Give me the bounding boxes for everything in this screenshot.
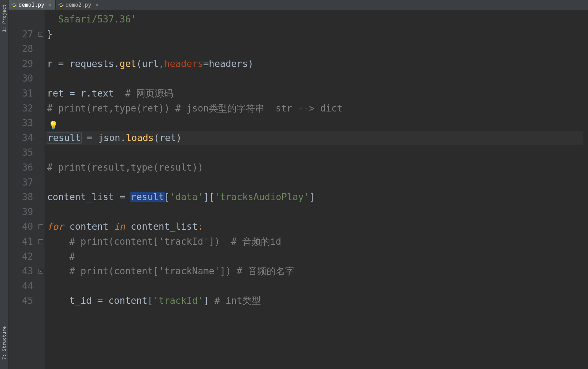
code-token: : bbox=[198, 221, 203, 232]
code-line[interactable] bbox=[45, 175, 588, 190]
code-token: content_list bbox=[131, 221, 198, 232]
line-number: 41 bbox=[9, 234, 37, 249]
code-area[interactable]: Safari/537.36'}r = requests.get(url,head… bbox=[45, 10, 588, 369]
vertical-scrollbar[interactable] bbox=[583, 10, 588, 369]
close-icon[interactable]: × bbox=[46, 2, 51, 8]
code-line[interactable] bbox=[45, 145, 588, 160]
code-token bbox=[47, 266, 69, 276]
code-token: ret bbox=[47, 88, 69, 99]
code-token bbox=[47, 236, 69, 247]
code-token: = bbox=[203, 58, 209, 69]
close-icon[interactable]: × bbox=[93, 2, 98, 8]
code-line[interactable]: # bbox=[45, 249, 588, 264]
code-line[interactable]: 💡 bbox=[45, 116, 588, 131]
code-token: result bbox=[131, 192, 164, 202]
code-token: for bbox=[47, 221, 69, 232]
code-line[interactable] bbox=[45, 71, 588, 86]
editor-tab[interactable]: demo1.py× bbox=[9, 0, 56, 10]
code-token: ( bbox=[136, 58, 142, 69]
code-token: requests bbox=[69, 58, 114, 69]
code-token: json. bbox=[98, 132, 126, 143]
code-line[interactable] bbox=[45, 279, 588, 294]
line-number: 32 bbox=[9, 101, 37, 116]
code-token: 'data' bbox=[170, 192, 203, 202]
code-token bbox=[47, 251, 69, 262]
editor-tabs: demo1.py×demo2.py× bbox=[9, 0, 588, 10]
line-number: 34 bbox=[9, 131, 37, 146]
code-token: Safari/537.36' bbox=[58, 14, 136, 25]
line-number: 37 bbox=[9, 175, 37, 190]
line-number: 30 bbox=[9, 71, 37, 86]
fold-gutter: ---- bbox=[37, 10, 45, 369]
code-token: content bbox=[69, 221, 114, 232]
code-token: content_list bbox=[47, 192, 120, 202]
main-area: demo1.py×demo2.py× 272829303132333435363… bbox=[9, 0, 588, 369]
code-line[interactable]: ret = r.text # 网页源码 bbox=[45, 86, 588, 101]
python-file-icon bbox=[11, 2, 16, 7]
line-number: 38 bbox=[9, 190, 37, 205]
tool-window-bar: 1: Project 7: Structure bbox=[0, 0, 9, 369]
code-token: # bbox=[69, 251, 75, 262]
structure-tool-button[interactable]: 7: Structure bbox=[1, 324, 7, 362]
code-line[interactable]: # print(result,type(result)) bbox=[45, 160, 588, 175]
code-token: # 网页源码 bbox=[125, 88, 173, 99]
code-token: # print(result,type(result)) bbox=[47, 162, 203, 173]
code-line[interactable]: # print(ret,type(ret)) # json类型的字符串 str … bbox=[45, 101, 588, 116]
editor: 27282930313233343536373839404142434445 -… bbox=[9, 10, 588, 369]
line-number: 45 bbox=[9, 293, 37, 308]
code-token: headers bbox=[164, 58, 203, 69]
code-token: , bbox=[159, 58, 164, 69]
line-number: 40 bbox=[9, 219, 37, 234]
code-token: ] bbox=[309, 192, 315, 202]
code-token: get bbox=[120, 58, 136, 69]
code-token: # print(ret,type(ret)) # json类型的字符串 str … bbox=[47, 103, 342, 114]
line-number: 43 bbox=[9, 264, 37, 279]
code-line[interactable]: for content in content_list: bbox=[45, 219, 588, 234]
code-line[interactable] bbox=[45, 205, 588, 220]
code-line[interactable]: } bbox=[45, 27, 588, 42]
code-token: . bbox=[114, 58, 120, 69]
line-number: 36 bbox=[9, 160, 37, 175]
line-number: 33 bbox=[9, 116, 37, 131]
code-line[interactable]: r = requests.get(url,headers=headers) bbox=[45, 57, 588, 72]
code-line[interactable] bbox=[45, 42, 588, 57]
code-token: = bbox=[120, 192, 131, 202]
code-line[interactable]: t_id = content['trackId'] # int类型 bbox=[45, 293, 588, 308]
code-line[interactable]: # print(content['trackId']) # 音频的id bbox=[45, 234, 588, 249]
code-token: in bbox=[114, 221, 131, 232]
code-token: result bbox=[47, 132, 81, 143]
code-token: 'trackId' bbox=[153, 295, 203, 306]
code-line[interactable]: # print(content['trackName']) # 音频的名字 bbox=[45, 264, 588, 279]
code-token: ] bbox=[203, 295, 214, 306]
code-token: 'tracksAudioPlay' bbox=[215, 192, 309, 202]
code-token bbox=[47, 14, 58, 25]
code-token: t_id bbox=[47, 295, 97, 306]
project-tool-button[interactable]: 1: Project bbox=[1, 2, 7, 34]
fold-toggle-icon[interactable]: - bbox=[38, 269, 43, 274]
tab-label: demo1.py bbox=[19, 2, 44, 8]
code-token: (ret) bbox=[154, 132, 181, 143]
code-token: r.text bbox=[81, 88, 125, 99]
editor-tab[interactable]: demo2.py× bbox=[56, 0, 103, 10]
fold-toggle-icon[interactable]: - bbox=[38, 32, 43, 37]
code-token: # print(content['trackId']) # 音频的id bbox=[69, 236, 282, 247]
line-number-gutter: 27282930313233343536373839404142434445 bbox=[9, 10, 37, 369]
code-token: r bbox=[47, 58, 58, 69]
fold-toggle-icon[interactable]: - bbox=[38, 239, 43, 244]
tab-label: demo2.py bbox=[66, 2, 91, 8]
code-line[interactable]: Safari/537.36' bbox=[45, 12, 588, 27]
code-token: [ bbox=[164, 192, 170, 202]
code-token: = bbox=[58, 58, 69, 69]
code-token: = bbox=[97, 295, 108, 306]
line-number: 42 bbox=[9, 249, 37, 264]
code-token: = bbox=[81, 132, 98, 143]
fold-toggle-icon[interactable]: - bbox=[38, 224, 43, 229]
code-token: url bbox=[142, 58, 159, 69]
line-number: 44 bbox=[9, 279, 37, 294]
code-line[interactable]: content_list = result['data']['tracksAud… bbox=[45, 190, 588, 205]
code-token: } bbox=[47, 29, 53, 40]
code-line[interactable]: result = json.loads(ret) bbox=[45, 131, 588, 146]
code-token: ][ bbox=[203, 192, 214, 202]
code-token: = bbox=[69, 88, 81, 99]
code-token: # int类型 bbox=[215, 295, 261, 306]
